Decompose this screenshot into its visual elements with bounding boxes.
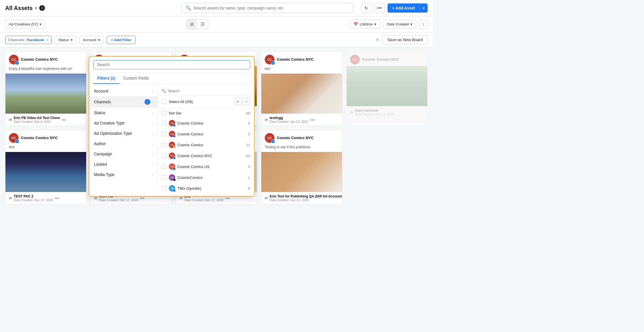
- filter-item-locked[interactable]: Locked ›: [89, 159, 158, 169]
- channels-close-icon[interactable]: ×: [46, 38, 49, 42]
- filter-item-status[interactable]: Status ›: [89, 108, 158, 118]
- account-row-cosmic-2[interactable]: CC Cosmic Comics 5: [158, 129, 254, 139]
- filter-dropdown[interactable]: Filters (1) Custom Fields Account › Chan…: [89, 56, 255, 197]
- lifetime-dropdown[interactable]: 📅 Lifetime ▾: [350, 20, 380, 29]
- cosmic-nyc-checkbox[interactable]: [162, 153, 167, 158]
- asset-type-label: Ad Creatives (57): [9, 22, 38, 26]
- search-icon: 🔍: [186, 5, 191, 11]
- add-action-button[interactable]: +: [234, 98, 242, 105]
- filter-body: Account › Channels 1 › Status › Ad Creat…: [89, 84, 254, 196]
- cosmic-3-platform: [173, 146, 176, 149]
- account-row-not-set[interactable]: Not Set 88: [158, 108, 254, 118]
- card-4-body-text: test: [261, 66, 342, 74]
- account-row-cosmicc[interactable]: CC CosmicComics 1: [158, 172, 254, 183]
- filter-item-account[interactable]: Account ›: [89, 86, 158, 96]
- filter-right-panel: 🔍 Select All (0/8) + −: [158, 84, 254, 196]
- account-row-cosmic-us[interactable]: CC Cosmic Comics US 5: [158, 161, 254, 172]
- card-1-footer: ✉ Erin FB Video Ad Test Clone Date Creat…: [5, 114, 86, 126]
- card-4-icon: ✉: [265, 118, 268, 122]
- select-all-checkbox[interactable]: [162, 99, 167, 104]
- cosmicc-count: 1: [243, 175, 250, 180]
- add-asset-label[interactable]: + Add Asset: [388, 3, 420, 13]
- account-row-tbg[interactable]: TB TBG (Sprinklr) 8: [158, 183, 254, 194]
- filter-item-campaign[interactable]: Campaign ›: [89, 149, 158, 159]
- select-all-label: Select All (0/8): [169, 100, 232, 104]
- right-search-input[interactable]: [168, 89, 251, 93]
- card-6-platform-badge: f: [15, 139, 19, 143]
- cosmic-2-checkbox[interactable]: [162, 132, 167, 136]
- top-bar: All Assets ▾ i 🔍 ↻ ••• + Add Asset ▾: [0, 0, 433, 16]
- filter-item-channels[interactable]: Channels 1 ›: [89, 96, 158, 108]
- card-1-more-button[interactable]: •••: [62, 117, 66, 122]
- lifetime-label: Lifetime: [360, 22, 373, 26]
- card-6-footer: ✉ TEST PAC 2 Date Created: Dec 17, 2020 …: [5, 192, 86, 204]
- account-label: Account: [83, 38, 96, 42]
- card-4-header: CC f Cosmic Comics NYC: [261, 52, 342, 66]
- cosmic-2-count: 5: [243, 132, 250, 136]
- sort-button[interactable]: ↕: [419, 19, 428, 29]
- card-1-date: Date Created: Mar 8, 2021: [14, 120, 60, 123]
- card-4-more-button[interactable]: •••: [310, 117, 315, 122]
- card-6: CC f Cosmic Comics NYC test ✉ TEST PAC 2…: [5, 130, 86, 204]
- card-6-date: Date Created: Dec 17, 2020: [14, 198, 53, 202]
- grid-view-button[interactable]: ⊞: [187, 19, 197, 29]
- date-created-chevron-icon: ▾: [410, 22, 412, 26]
- tab-filters[interactable]: Filters (1): [93, 73, 119, 84]
- status-label: Status: [58, 38, 69, 42]
- not-set-checkbox[interactable]: [162, 111, 167, 115]
- account-row-cosmic-3[interactable]: CC Cosmic Comics 11: [158, 139, 254, 150]
- select-all-row[interactable]: Select All (0/8) + −: [158, 96, 254, 108]
- account-row-cosmic-nyc[interactable]: CC Cosmic Comics NYC 52: [158, 150, 254, 161]
- card-4-platform-badge: f: [271, 61, 275, 65]
- filter-search-input[interactable]: [93, 60, 250, 69]
- cosmic-nyc-avatar: CC: [169, 153, 175, 159]
- cosmic-us-checkbox[interactable]: [162, 164, 167, 169]
- account-row-cosmic-1[interactable]: CC Cosmic Comics 6: [158, 118, 254, 129]
- cosmic-us-label: Cosmic Comics US: [177, 165, 241, 169]
- close-filter-icon[interactable]: ×: [376, 37, 379, 43]
- info-icon[interactable]: i: [39, 5, 45, 11]
- calendar-icon: 📅: [353, 22, 358, 26]
- tab-custom-fields[interactable]: Custom Fields: [119, 73, 153, 84]
- card-9-account-name: Cosmic Comics NYC: [277, 136, 314, 141]
- add-asset-chevron-icon[interactable]: ▾: [420, 4, 428, 13]
- filter-item-locked-chevron: ›: [152, 162, 153, 167]
- cosmic-3-checkbox[interactable]: [162, 143, 167, 147]
- filter-item-ad-optimization-type[interactable]: Ad Optimization Type ›: [89, 128, 158, 139]
- title-chevron-icon[interactable]: ▾: [35, 6, 37, 10]
- date-created-dropdown[interactable]: Date Created ▾: [383, 20, 416, 29]
- remove-action-button[interactable]: −: [243, 98, 250, 105]
- status-filter-button[interactable]: Status ▾: [55, 36, 76, 44]
- add-asset-button[interactable]: + Add Asset ▾: [388, 3, 428, 13]
- card-5-date: Date Created: Dec 11, 2020: [355, 112, 394, 116]
- card-6-icon: ✉: [9, 196, 12, 200]
- add-filter-label: + Add Filter: [111, 38, 131, 42]
- filter-item-channels-chevron: ›: [152, 100, 153, 104]
- date-created-label: Date Created: [387, 22, 409, 26]
- card-4-image: [261, 74, 342, 114]
- list-view-button[interactable]: ☰: [197, 19, 208, 29]
- card-6-more-button[interactable]: •••: [55, 196, 59, 201]
- refresh-button[interactable]: ↻: [361, 3, 372, 13]
- more-options-button[interactable]: •••: [374, 3, 385, 13]
- tbg-checkbox[interactable]: [162, 186, 167, 191]
- filter-item-ad-creative-type[interactable]: Ad Creative Type ›: [89, 118, 158, 128]
- cosmicc-checkbox[interactable]: [162, 175, 167, 180]
- asset-type-dropdown[interactable]: Ad Creatives (57) ▾: [5, 20, 45, 29]
- card-6-image: [5, 152, 86, 192]
- save-board-button[interactable]: Save as New Board: [382, 35, 428, 44]
- cosmic-1-checkbox[interactable]: [162, 121, 167, 125]
- tbg-platform: [173, 189, 176, 192]
- card-1-account-name: Cosmic Comics NYC: [21, 57, 58, 62]
- cosmic-1-label: Cosmic Comics: [177, 121, 241, 125]
- account-filter-button[interactable]: Account ▾: [79, 36, 104, 44]
- filter-item-author[interactable]: Author ›: [89, 139, 158, 149]
- search-input[interactable]: [193, 6, 349, 10]
- search-bar[interactable]: 🔍: [181, 3, 353, 13]
- add-filter-button[interactable]: + Add Filter: [107, 36, 136, 44]
- card-8-date: Date Created: Dec 17, 2020: [184, 198, 224, 202]
- card-9-date: Date Created: Dec 11, 2020: [270, 198, 342, 202]
- channels-filter-chip[interactable]: Channels: Facebook ×: [5, 36, 52, 44]
- right-search-area: 🔍: [158, 86, 254, 96]
- filter-item-media-type[interactable]: Media Type ›: [89, 169, 158, 180]
